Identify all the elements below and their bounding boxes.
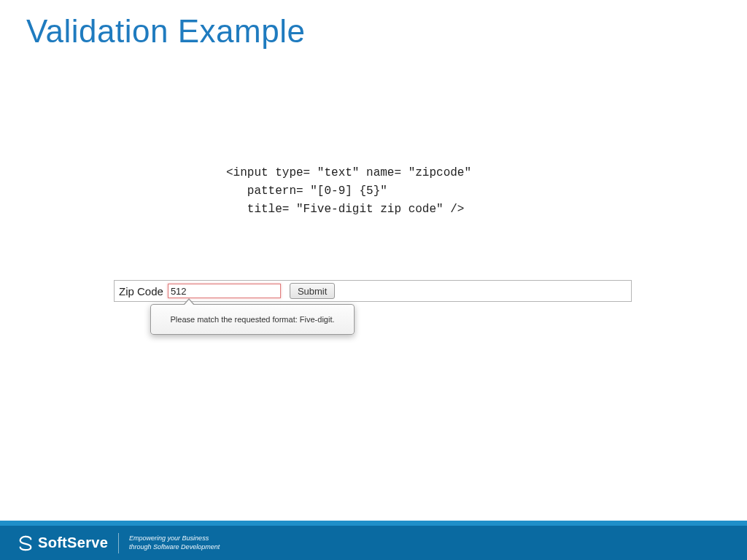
footer-accent-stripe — [0, 521, 747, 526]
zip-code-label: Zip Code — [117, 285, 163, 298]
slide-title: Validation Example — [26, 13, 305, 50]
code-snippet: <input type= "text" name= "zipcode" patt… — [226, 164, 471, 218]
validation-tooltip-text: Please match the requested format: Five-… — [171, 315, 335, 324]
softserve-logo-icon — [18, 535, 34, 551]
footer-bar: SoftServe Empowering your Business throu… — [0, 526, 747, 560]
submit-button[interactable]: Submit — [290, 283, 335, 299]
brand-tagline: Empowering your Business through Softwar… — [129, 534, 220, 551]
brand-block: SoftServe — [0, 534, 108, 551]
validation-tooltip: Please match the requested format: Five-… — [150, 304, 355, 335]
brand-name: SoftServe — [38, 534, 108, 551]
footer-divider — [118, 533, 119, 553]
zip-code-input[interactable] — [168, 284, 281, 298]
